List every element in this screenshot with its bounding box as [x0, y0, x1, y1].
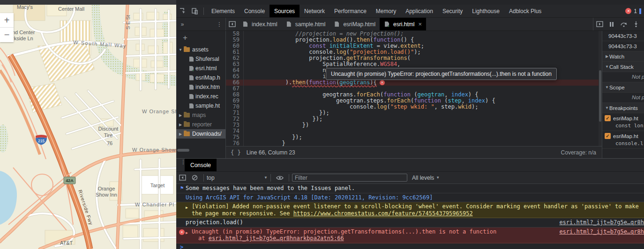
breakpoint-checkbox[interactable]: ✓: [605, 115, 611, 121]
file-icon: [189, 66, 194, 71]
section-scope[interactable]: ▼Scope: [602, 82, 644, 93]
folder-icon: [184, 113, 190, 117]
file-tab-index.html[interactable]: index.html: [238, 18, 282, 30]
navigator-item-downloads[interactable]: ▶Downloads/: [176, 129, 225, 139]
map-label: Macy's: [17, 5, 33, 10]
breakpoint-item[interactable]: ✓esriMap.htconsole.l: [602, 131, 644, 149]
message-source-link[interactable]: esri.html?_ijt=b7g5e…qr8h: [559, 228, 644, 235]
message-text: Using ArcGIS API for JavaScript 4.18 [Da…: [186, 194, 644, 201]
sources-navigator: + ▼assetsShufersalesri.htmlesriMap.hinde…: [176, 31, 226, 158]
js-context-select[interactable]: top ▼: [207, 175, 268, 181]
caret-down-icon: ▼: [605, 106, 609, 110]
console-messages: ⚑Some messages have been moved to the Is…: [176, 184, 644, 243]
caret-right-icon[interactable]: ▶: [178, 113, 183, 117]
error-badge[interactable]: × 1: [625, 5, 644, 17]
section-watch[interactable]: ▶Watch: [602, 51, 644, 62]
message-source-link[interactable]: esri.html?_ijt=b7g5e…qr8h: [559, 219, 644, 226]
navigator-item-label: reporter: [192, 121, 212, 128]
expand-triangle-icon[interactable]: ▶: [186, 203, 192, 212]
main-tab-elements[interactable]: Elements: [207, 5, 240, 17]
navigator-item-sampleht[interactable]: sample.ht: [176, 101, 225, 110]
inspect-element-icon[interactable]: [176, 5, 188, 17]
file-tab-label: sample.html: [295, 21, 326, 28]
main-tab-performance[interactable]: Performance: [329, 5, 371, 17]
section-breakpoints[interactable]: ▼Breakpoints: [602, 103, 644, 113]
map-label: Discount: [98, 126, 119, 132]
section-call-stack[interactable]: ▼Call Stack: [602, 62, 644, 72]
section-label: Breakpoints: [609, 105, 638, 111]
console-prompt[interactable]: >: [176, 243, 644, 249]
caret-down-icon[interactable]: ▼: [178, 48, 183, 52]
navigator-item-indexrec[interactable]: index.rec: [176, 92, 225, 101]
device-toolbar-icon[interactable]: [188, 5, 201, 17]
navigator-item-maps[interactable]: ▶maps: [176, 110, 225, 120]
map-zoom-in-button[interactable]: +: [0, 13, 14, 28]
navigator-item-assets[interactable]: ▼assets: [176, 45, 225, 54]
main-tab-adblock-plus[interactable]: Adblock Plus: [504, 5, 546, 17]
step-over-icon[interactable]: [618, 22, 630, 27]
pause-script-icon[interactable]: [606, 22, 618, 27]
navigator-hscrollbar[interactable]: [177, 149, 189, 152]
show-debugger-sidebar-icon[interactable]: [593, 21, 606, 27]
step-into-icon[interactable]: [630, 21, 642, 27]
caret-right-icon[interactable]: ▶: [178, 123, 183, 127]
navigator-item-label: esri.html: [195, 65, 217, 72]
violation-link[interactable]: https://www.chromestatus.com/feature/574…: [293, 210, 473, 217]
devtools-main-tabbar: ElementsConsoleSourcesNetworkPerformance…: [176, 5, 644, 18]
error-tooltip: Uncaught (in promise) TypeError: project…: [326, 68, 557, 80]
chevron-down-icon: ▼: [264, 176, 268, 180]
thread-item[interactable]: 90443c73-3: [602, 31, 644, 41]
console-sidebar-icon[interactable]: [176, 175, 188, 181]
navigator-item-reporter[interactable]: ▶reporter: [176, 120, 225, 129]
map-label: W Chandler Pl: [135, 202, 174, 207]
main-tab-sources[interactable]: Sources: [270, 5, 300, 17]
breakpoint-checkbox[interactable]: ✓: [605, 133, 611, 139]
main-tab-console[interactable]: Console: [240, 5, 270, 17]
expand-triangle-icon[interactable]: ▶: [186, 228, 192, 237]
tab-console[interactable]: Console: [185, 159, 217, 171]
thread-item[interactable]: 90443c73-3: [602, 41, 644, 51]
svg-text:215: 215: [38, 139, 45, 143]
close-icon[interactable]: ×: [418, 21, 422, 28]
arcgis-map-view[interactable]: 215 42A Macy'sCenter Mallnd Centerrkside…: [0, 5, 176, 249]
breakpoint-item[interactable]: ✓esriMap.htconst lon: [602, 113, 644, 131]
main-tab-network[interactable]: Network: [300, 5, 329, 17]
main-tab-application[interactable]: Application: [401, 5, 438, 17]
hide-navigator-icon[interactable]: [226, 18, 238, 30]
navigator-add-button[interactable]: +: [176, 31, 225, 45]
live-expression-eye-icon[interactable]: [274, 175, 286, 181]
editor-vscrollbar[interactable]: [599, 31, 602, 146]
drawer-menu-kebab-icon[interactable]: ⋮: [177, 159, 189, 165]
editor-status-bar: { } Line 66, Column 23 Coverage: n/a: [226, 146, 602, 158]
main-tab-security[interactable]: Security: [438, 5, 467, 17]
map-zoom-out-button[interactable]: −: [0, 28, 14, 42]
main-tab-memory[interactable]: Memory: [371, 5, 401, 17]
line-number[interactable]: 76: [226, 140, 244, 146]
unsaved-green-dot: [192, 70, 195, 73]
navigator-menu-kebab-icon[interactable]: ⋮: [213, 21, 225, 28]
log-levels-select[interactable]: All levels ▼: [412, 175, 440, 181]
navigator-item-indexhtm[interactable]: index.htm: [176, 82, 225, 92]
caret-down-icon: ▼: [605, 65, 609, 69]
caret-right-icon[interactable]: ▶: [178, 132, 183, 136]
stack-trace-link[interactable]: esri.html?_ijt=b7g5e…qr8hnarkbpa2atn5:66: [209, 235, 344, 242]
file-icon: [189, 57, 194, 62]
code-editor[interactable]: 58 //projection = new Projection();59 pr…: [226, 31, 599, 146]
navigator-item-esrihtml[interactable]: esri.html: [176, 64, 225, 73]
main-tab-lighthouse[interactable]: Lighthouse: [467, 5, 504, 17]
file-tab-esriMap.html[interactable]: esriMap.html: [329, 18, 380, 30]
file-tab-sample.html[interactable]: sample.html: [282, 18, 330, 30]
more-tabs-chevron-icon[interactable]: »: [176, 21, 188, 28]
breakpoint-code-preview: console.l: [615, 140, 644, 146]
prompt-chevron: >: [180, 244, 183, 249]
clear-console-icon[interactable]: [188, 175, 201, 181]
console-filter-input[interactable]: [292, 174, 407, 182]
file-icon: [385, 22, 389, 27]
navigator-item-esrimaph[interactable]: esriMap.h: [176, 73, 225, 82]
navigator-item-shufersal[interactable]: Shufersal: [176, 54, 225, 64]
map-label: W Orange Show: [132, 147, 176, 153]
file-icon: [189, 103, 194, 109]
pretty-print-icon[interactable]: { }: [231, 149, 241, 156]
debugger-sidebar: 90443c73-390443c73-3▶Watch▼Call StackNot…: [602, 31, 644, 158]
file-tab-esri.html[interactable]: esri.html×: [380, 18, 426, 30]
